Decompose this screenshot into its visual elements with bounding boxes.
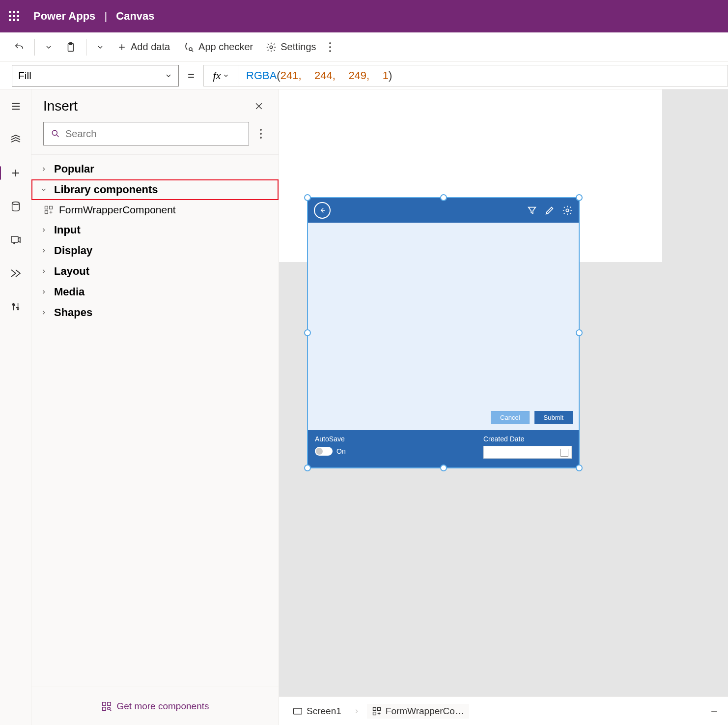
chevron-right-icon bbox=[353, 708, 360, 715]
category-input[interactable]: Input bbox=[31, 220, 279, 240]
component-body: Cancel Submit bbox=[308, 223, 579, 430]
left-rail bbox=[0, 89, 31, 725]
component-footer: AutoSave On Created Date bbox=[308, 430, 579, 467]
paste-dropdown[interactable] bbox=[91, 40, 109, 54]
autosave-label: AutoSave bbox=[315, 435, 346, 443]
chevron-right-icon bbox=[38, 309, 49, 316]
resize-handle[interactable] bbox=[576, 329, 583, 336]
tree-view-icon[interactable] bbox=[6, 130, 26, 149]
svg-rect-10 bbox=[50, 206, 53, 209]
gear-icon[interactable] bbox=[562, 205, 573, 216]
formwrapper-component-instance: Cancel Submit AutoSave On Created Date bbox=[308, 198, 579, 467]
get-more-components-link[interactable]: Get more components bbox=[31, 687, 279, 725]
svg-rect-11 bbox=[45, 211, 48, 214]
edit-icon[interactable] bbox=[544, 205, 555, 216]
fx-button[interactable]: fx bbox=[203, 65, 239, 87]
svg-rect-19 bbox=[377, 707, 380, 710]
zoom-out-button[interactable] bbox=[709, 706, 719, 716]
svg-rect-12 bbox=[102, 702, 105, 705]
command-bar: Add data App checker Settings bbox=[0, 32, 728, 62]
created-date-input[interactable] bbox=[483, 446, 572, 459]
app-checker-button[interactable]: App checker bbox=[178, 38, 258, 56]
undo-dropdown[interactable] bbox=[40, 40, 57, 54]
category-shapes[interactable]: Shapes bbox=[31, 302, 279, 323]
hamburger-icon[interactable] bbox=[6, 96, 26, 116]
undo-button[interactable] bbox=[9, 39, 29, 56]
item-formwrappercomponent[interactable]: FormWrapperComponent bbox=[31, 200, 279, 220]
resize-handle[interactable] bbox=[304, 329, 311, 336]
insert-panel: Insert Popular Lib bbox=[31, 89, 279, 725]
category-layout[interactable]: Layout bbox=[31, 261, 279, 282]
svg-rect-20 bbox=[373, 712, 376, 715]
power-automate-icon[interactable] bbox=[6, 263, 26, 283]
screen-icon bbox=[293, 707, 303, 715]
chevron-right-icon bbox=[38, 268, 49, 275]
add-data-button[interactable]: Add data bbox=[112, 38, 175, 56]
svg-point-15 bbox=[107, 707, 110, 710]
app-header: Power Apps | Canvas bbox=[0, 0, 728, 32]
chevron-right-icon bbox=[38, 227, 49, 233]
canvas[interactable]: Cancel Submit AutoSave On Created Date bbox=[279, 89, 728, 725]
more-commands-button[interactable] bbox=[324, 37, 336, 57]
panel-more-button[interactable] bbox=[255, 124, 267, 144]
insert-tree: Popular Library components FormWrapperCo… bbox=[31, 155, 279, 725]
media-icon[interactable] bbox=[6, 230, 26, 250]
resize-handle[interactable] bbox=[576, 464, 583, 471]
svg-point-8 bbox=[52, 130, 57, 135]
category-library-components[interactable]: Library components bbox=[31, 179, 279, 200]
component-header bbox=[308, 198, 579, 223]
svg-point-3 bbox=[270, 46, 273, 49]
svg-rect-13 bbox=[107, 702, 110, 705]
category-popular[interactable]: Popular bbox=[31, 159, 279, 179]
component-icon bbox=[43, 205, 54, 215]
chevron-down-icon bbox=[38, 186, 49, 193]
breadcrumb-screen[interactable]: Screen1 bbox=[288, 704, 346, 719]
created-date-label: Created Date bbox=[483, 435, 572, 443]
breadcrumb-component[interactable]: FormWrapperCo… bbox=[367, 704, 469, 719]
settings-button[interactable]: Settings bbox=[261, 38, 321, 56]
equals-label: = bbox=[179, 69, 203, 83]
component-icon bbox=[372, 706, 382, 716]
svg-rect-17 bbox=[294, 708, 302, 714]
category-media[interactable]: Media bbox=[31, 282, 279, 302]
svg-point-2 bbox=[189, 48, 192, 51]
data-icon[interactable] bbox=[6, 197, 26, 216]
category-display[interactable]: Display bbox=[31, 240, 279, 261]
breadcrumb: Screen1 FormWrapperCo… bbox=[279, 696, 728, 725]
autosave-value: On bbox=[336, 447, 346, 455]
panel-title: Insert bbox=[43, 98, 78, 114]
tools-icon[interactable] bbox=[6, 297, 26, 317]
resize-handle[interactable] bbox=[304, 464, 311, 471]
resize-handle[interactable] bbox=[440, 464, 447, 471]
formula-bar: Fill = fx RGBA(241, 244, 249, 1) bbox=[0, 62, 728, 89]
selection-box[interactable]: Cancel Submit AutoSave On Created Date bbox=[307, 197, 580, 468]
search-icon bbox=[51, 129, 60, 139]
svg-point-16 bbox=[566, 209, 569, 212]
filter-icon[interactable] bbox=[527, 205, 537, 216]
app-title: Power Apps | Canvas bbox=[33, 10, 155, 23]
cancel-button[interactable]: Cancel bbox=[491, 411, 529, 424]
insert-icon[interactable] bbox=[6, 163, 26, 183]
back-icon[interactable] bbox=[314, 202, 331, 219]
svg-point-4 bbox=[12, 202, 19, 205]
submit-button[interactable]: Submit bbox=[534, 411, 573, 424]
search-input[interactable] bbox=[43, 122, 249, 145]
chevron-right-icon bbox=[38, 166, 49, 173]
svg-rect-9 bbox=[45, 206, 48, 209]
paste-button[interactable] bbox=[60, 39, 81, 56]
chevron-right-icon bbox=[38, 247, 49, 254]
app-launcher-icon[interactable] bbox=[9, 11, 20, 22]
resize-handle[interactable] bbox=[576, 194, 583, 201]
svg-rect-14 bbox=[102, 707, 105, 710]
resize-handle[interactable] bbox=[304, 194, 311, 201]
close-panel-button[interactable] bbox=[251, 98, 267, 114]
svg-rect-5 bbox=[11, 236, 18, 242]
autosave-toggle[interactable] bbox=[315, 447, 333, 456]
chevron-right-icon bbox=[38, 289, 49, 295]
components-icon bbox=[101, 701, 112, 712]
svg-rect-18 bbox=[373, 707, 376, 710]
formula-input[interactable]: RGBA(241, 244, 249, 1) bbox=[239, 65, 728, 87]
resize-handle[interactable] bbox=[440, 194, 447, 201]
property-selector[interactable]: Fill bbox=[12, 65, 179, 87]
